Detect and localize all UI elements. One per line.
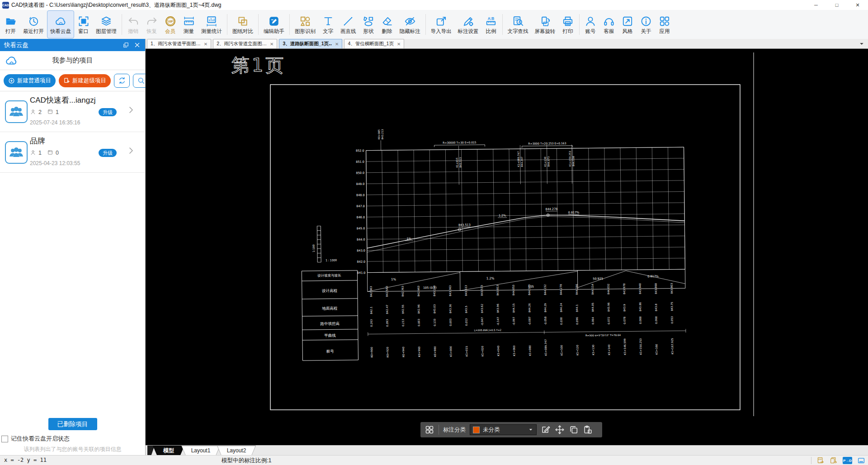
- tab-close-icon[interactable]: ✕: [397, 42, 401, 47]
- upgrade-badge[interactable]: 升级: [99, 108, 117, 116]
- toolbar-button-support[interactable]: 客服: [600, 10, 618, 38]
- toolbar-button-text-search[interactable]: A文字查找: [505, 10, 532, 38]
- toolbar-button-hide-annotations[interactable]: 隐藏标注: [396, 10, 424, 38]
- project-item[interactable]: CAD快速看...iangzj21升级2025-07-24 16:35:16: [0, 91, 145, 132]
- shape-recognition-icon: [299, 15, 311, 27]
- category-color-swatch: [473, 427, 480, 433]
- project-item[interactable]: 品牌10升级2025-04-23 12:03:55: [0, 132, 145, 173]
- toolbar-button-open[interactable]: 打开: [1, 10, 20, 38]
- panel-close-icon[interactable]: [134, 42, 141, 49]
- move-icon[interactable]: [555, 425, 565, 435]
- toolbar-button-recent-open[interactable]: 最近打开: [20, 10, 47, 38]
- toolbar-button-measure[interactable]: 测量: [179, 10, 198, 38]
- tab-close-icon[interactable]: ✕: [335, 42, 339, 47]
- chevron-right-icon[interactable]: [127, 104, 135, 116]
- document-tab-4[interactable]: 4、管位横断面图_1页✕: [344, 39, 404, 48]
- layout-tab-Layout2[interactable]: Layout2: [217, 446, 256, 455]
- file-count: 0: [56, 150, 59, 156]
- import-export-icon: [435, 15, 447, 27]
- new-normal-project-button[interactable]: 新建普通项目: [4, 74, 56, 87]
- deleted-projects-button[interactable]: 已删除项目: [48, 418, 97, 430]
- drawing-canvas[interactable]: 第1页852.0851.0850.0849.0848.0847.0846.084…: [146, 49, 868, 445]
- document-tab-3[interactable]: 3、道路纵断面图_1页‥✕: [279, 39, 342, 48]
- toolbar-button-apps[interactable]: 应用: [656, 10, 674, 38]
- toolbar-button-screen-rotate[interactable]: 屏幕旋转: [532, 10, 559, 38]
- maximize-button[interactable]: □: [826, 0, 847, 10]
- svg-text:K1+000: K1+000: [449, 346, 452, 357]
- export-pdf-icon[interactable]: PDF: [816, 456, 825, 465]
- document-tab-label: 3、道路纵断面图_1页‥: [283, 41, 332, 47]
- toolbar-button-delete[interactable]: 删除: [378, 10, 396, 38]
- pdf-to-dwg-button[interactable]: P→D: [843, 457, 852, 464]
- copy-icon[interactable]: [569, 425, 579, 435]
- minimize-button[interactable]: ─: [806, 0, 826, 10]
- svg-text:VIP: VIP: [168, 19, 173, 23]
- category-grid-icon[interactable]: [425, 425, 434, 435]
- toolbar-button-account[interactable]: 账号: [581, 10, 600, 38]
- svg-text:PDF: PDF: [818, 459, 822, 460]
- toolbar-button-drawing-compare[interactable]: 图纸对比: [229, 10, 256, 38]
- svg-text:843.978: 843.978: [623, 283, 626, 294]
- chevron-down-icon: [528, 427, 533, 432]
- toolbar-button-edit-assistant[interactable]: 编辑助手: [260, 10, 288, 38]
- toolbar-button-measure-stats[interactable]: 测量统计: [198, 10, 225, 38]
- svg-text:K0+920: K0+920: [386, 346, 389, 357]
- toolbar-button-vip[interactable]: VIP会员: [161, 10, 179, 38]
- toolbar-button-shapes[interactable]: 形状: [359, 10, 378, 38]
- toolbar-button-shape-recognition[interactable]: 图形识别: [292, 10, 319, 38]
- annotation-scale-status: 模型中的标注比例:1: [222, 457, 271, 465]
- toolbar-button-about[interactable]: 关于: [637, 10, 656, 38]
- toolbar-button-scale[interactable]: A:B比例: [482, 10, 500, 38]
- toolbar-button-label: 最近打开: [23, 28, 44, 35]
- tab-close-icon[interactable]: ✕: [270, 42, 274, 47]
- toolbar-button-annotation-settings[interactable]: 标注设置: [455, 10, 482, 38]
- toolbar-button-window[interactable]: 窗口: [74, 10, 93, 38]
- svg-text:0.078: 0.078: [623, 317, 626, 324]
- svg-text:1:100: 1:100: [312, 244, 315, 252]
- toolbar-button-redo[interactable]: 恢复: [142, 10, 161, 38]
- tab-close-icon[interactable]: ✕: [204, 42, 208, 47]
- annotation-category-dropdown[interactable]: 未分类: [470, 424, 537, 435]
- apps-icon: [659, 15, 671, 27]
- toolbar-button-draw-line[interactable]: 画直线: [337, 10, 359, 38]
- toolbar-button-import-export[interactable]: 导入导出: [428, 10, 455, 38]
- svg-text:843.36: 843.36: [449, 304, 452, 313]
- edit-annotation-icon[interactable]: [541, 425, 551, 435]
- sync-button[interactable]: [114, 74, 130, 88]
- upgrade-badge[interactable]: 升级: [99, 149, 117, 157]
- undock-icon[interactable]: [123, 42, 130, 49]
- toolbar-button-text[interactable]: 文字: [319, 10, 337, 38]
- svg-text:0.096: 0.096: [576, 317, 579, 325]
- svg-text:0.072: 0.072: [608, 317, 610, 324]
- toolbar-button-undo[interactable]: 撤销: [124, 10, 142, 38]
- document-tab-1[interactable]: 1、雨污水管道平面图…✕: [147, 39, 211, 48]
- plus-circle-icon: [8, 77, 15, 84]
- toolbar-button-cloud-disk[interactable]: 快看云盘: [47, 10, 74, 38]
- remember-checkbox[interactable]: [1, 436, 8, 442]
- paste-icon[interactable]: [583, 425, 593, 435]
- svg-text:K1+015: K1+015: [456, 157, 458, 168]
- svg-text:843.803: 843.803: [670, 283, 673, 294]
- toolbar-button-print[interactable]: 打印: [559, 10, 577, 38]
- layout-tab-Layout1[interactable]: Layout1: [181, 446, 220, 455]
- svg-text:843.96: 843.96: [496, 304, 499, 313]
- document-tab-2[interactable]: 2、雨污水管道立面图…✕: [213, 39, 277, 48]
- close-button[interactable]: ✕: [847, 0, 868, 10]
- window-restore-icon[interactable]: [857, 456, 865, 465]
- toolbar-button-label: 风格: [623, 28, 633, 35]
- batch-pdf-icon[interactable]: [830, 456, 838, 465]
- fill-cut-values: 0.2630.0930.2130.0030.1330.0030.013-0.04…: [370, 315, 674, 327]
- layout-tab-模型[interactable]: 模型: [153, 446, 184, 455]
- edit-assistant-icon: [268, 15, 280, 27]
- project-name: CAD快速看...iangzj: [30, 95, 95, 105]
- scale-icon: A:B: [485, 15, 497, 27]
- chevron-right-icon[interactable]: [127, 145, 135, 157]
- toolbar-button-label: 图层管理: [96, 28, 117, 35]
- toolbar-button-style[interactable]: 风格: [618, 10, 637, 38]
- tab-list-dropdown-button[interactable]: [859, 41, 866, 47]
- svg-text:843.948: 843.948: [639, 283, 642, 294]
- cad-drawing[interactable]: 第1页852.0851.0850.0849.0848.0847.0846.084…: [146, 49, 868, 445]
- toolbar-button-layer-manager[interactable]: 图层管理: [93, 10, 120, 38]
- new-super-project-button[interactable]: 新建超级项目: [59, 74, 111, 87]
- svg-text:-0.147: -0.147: [496, 317, 499, 326]
